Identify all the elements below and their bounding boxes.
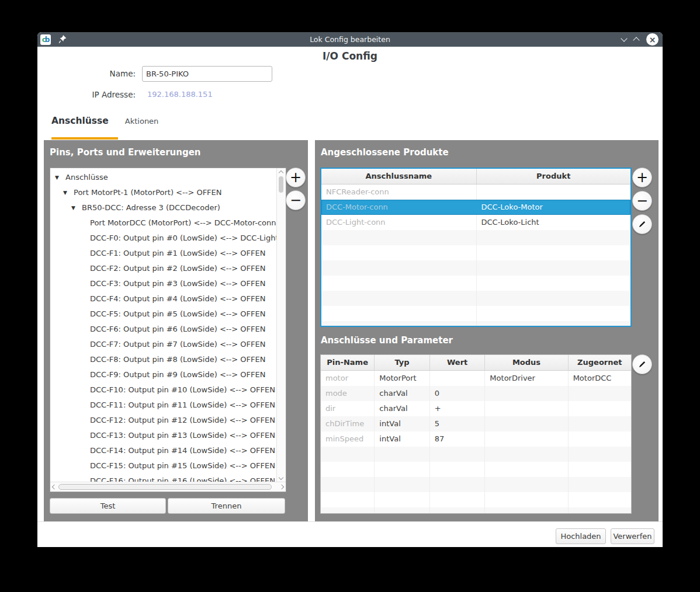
tree-item[interactable]: DCC-F0: Output pin #0 (LowSide) <--> DCC… [50, 231, 277, 246]
titlebar[interactable]: cb Lok Config bearbeiten × [37, 32, 663, 47]
param-cell: motor [321, 371, 374, 386]
tree-item[interactable]: Port MotorDCC (MotorPort) <--> DCC-Motor… [50, 215, 277, 231]
column-produkt[interactable]: Produkt [476, 169, 631, 184]
product-empty-row[interactable] [321, 291, 630, 306]
param-cell [374, 507, 429, 514]
tree-item[interactable]: DCC-F10: Output pin #10 (LowSide) <--> O… [50, 382, 277, 398]
product-empty-row[interactable] [321, 321, 630, 327]
column-zugeornet[interactable]: Zugeornet [568, 355, 631, 370]
expand-triangle-icon[interactable]: ▼ [71, 200, 82, 215]
scroll-left-icon[interactable] [52, 485, 57, 489]
tree-item[interactable]: DCC-F16: Output pin #16 (LowSide) <--> O… [50, 473, 277, 482]
tree-item[interactable]: ▼BR50-DCC: Adresse 3 (DCCDecoder) [50, 200, 277, 215]
tree-item[interactable]: DCC-F13: Output pin #13 (LowSide) <--> O… [50, 428, 277, 443]
upload-button[interactable]: Hochladen [556, 528, 606, 544]
tree-item-label: DCC-F1: Output pin #1 (LowSide) <--> OFF… [90, 249, 265, 257]
maximize-button[interactable] [633, 37, 639, 43]
tree-item[interactable]: DCC-F15: Output pin #15 (LowSide) <--> O… [50, 458, 277, 473]
pin-icon[interactable] [58, 35, 67, 44]
tree-vertical-scrollbar[interactable] [276, 168, 286, 482]
close-button[interactable]: × [646, 33, 659, 46]
params-table[interactable]: Pin-Name Typ Wert Modus Zugeornet motorM… [320, 354, 632, 514]
column-modus[interactable]: Modus [484, 355, 567, 370]
params-panel-title: Anschlüsse und Parameter [321, 335, 453, 346]
tree-add-button[interactable]: + [286, 168, 306, 187]
param-empty-row[interactable] [321, 507, 631, 514]
tree-item[interactable]: DCC-F3: Output pin #3 (LowSide) <--> OFF… [50, 276, 277, 291]
column-pin-name[interactable]: Pin-Name [321, 355, 374, 370]
param-empty-row[interactable] [321, 477, 631, 492]
param-cell: intVal [374, 431, 429, 447]
tree-horizontal-scrollbar[interactable] [50, 482, 286, 492]
scroll-up-icon[interactable] [279, 170, 283, 175]
product-empty-row[interactable] [321, 245, 630, 260]
test-button[interactable]: Test [50, 498, 166, 514]
ip-address-value[interactable]: 192.168.188.151 [147, 90, 213, 99]
tree-item[interactable]: DCC-F9: Output pin #9 (LowSide) <--> OFF… [50, 367, 277, 382]
product-edit-button[interactable] [632, 214, 652, 234]
scroll-down-icon[interactable] [279, 475, 283, 480]
disconnect-button[interactable]: Trennen [168, 498, 285, 514]
param-row[interactable]: minSpeedintVal87 [321, 431, 631, 447]
tab-anschluesse[interactable]: Anschlüsse [51, 116, 109, 126]
tree-item[interactable]: ▼Anschlüsse [50, 170, 277, 185]
tree-item[interactable]: DCC-F6: Output pin #6 (LowSide) <--> OFF… [50, 322, 277, 337]
product-empty-row[interactable] [321, 230, 630, 245]
tree-item[interactable]: DCC-F8: Output pin #8 (LowSide) <--> OFF… [50, 352, 277, 367]
products-table-header: Anschlussname Produkt [321, 169, 630, 184]
column-anschlussname[interactable]: Anschlussname [321, 169, 476, 184]
tree-item[interactable]: DCC-F12: Output pin #12 (LowSide) <--> O… [50, 413, 277, 428]
product-empty-row[interactable] [321, 276, 630, 291]
pins-ports-panel-title: Pins, Ports und Erweiterungen [50, 147, 201, 158]
params-edit-button[interactable] [632, 354, 652, 374]
horizontal-scroll-thumb[interactable] [58, 484, 272, 490]
product-name-cell [321, 321, 476, 327]
param-row[interactable]: chDirTimeintVal5 [321, 416, 631, 431]
tree-item-label: DCC-F4: Output pin #4 (LowSide) <--> OFF… [90, 294, 265, 303]
tree-remove-button[interactable]: − [286, 190, 306, 210]
param-cell [374, 462, 429, 477]
product-add-button[interactable]: + [632, 168, 652, 187]
product-row[interactable]: DCC-Light-connDCC-Loko-Licht [321, 215, 630, 230]
tree-item[interactable]: DCC-F5: Output pin #5 (LowSide) <--> OFF… [50, 307, 277, 322]
param-cell [429, 492, 485, 507]
product-empty-row[interactable] [321, 260, 630, 276]
param-cell [374, 447, 429, 462]
edit-icon [637, 217, 647, 231]
tree-item[interactable]: DCC-F4: Output pin #4 (LowSide) <--> OFF… [50, 291, 277, 307]
param-cell: MotorDCC [568, 371, 631, 386]
param-empty-row[interactable] [321, 447, 631, 462]
tab-aktionen[interactable]: Aktionen [125, 117, 159, 126]
expand-triangle-icon[interactable]: ▼ [63, 185, 74, 200]
product-product-cell [476, 230, 631, 245]
tree-item[interactable]: DCC-F1: Output pin #1 (LowSide) <--> OFF… [50, 246, 277, 261]
product-remove-button[interactable]: − [632, 191, 652, 211]
product-row[interactable]: DCC-Motor-connDCC-Loko-Motor [321, 200, 630, 215]
products-table[interactable]: Anschlussname Produkt NFCReader-connDCC-… [320, 168, 632, 327]
param-empty-row[interactable] [321, 462, 631, 477]
param-row[interactable]: modecharVal0 [321, 386, 631, 401]
tree-item[interactable]: DCC-F11: Output pin #11 (LowSide) <--> O… [50, 398, 277, 413]
param-row[interactable]: motorMotorPortMotorDriverMotorDCC [321, 371, 631, 386]
discard-button[interactable]: Verwerfen [611, 528, 654, 544]
tree-item[interactable]: ▼Port MotorPt-1 (MotorPort) <--> OFFEN [50, 185, 277, 200]
param-empty-row[interactable] [321, 492, 631, 507]
scroll-right-icon[interactable] [279, 485, 284, 489]
tree-item[interactable]: DCC-F14: Output pin #14 (LowSide) <--> O… [50, 443, 277, 458]
expand-triangle-icon[interactable]: ▼ [55, 170, 65, 185]
params-table-header: Pin-Name Typ Wert Modus Zugeornet [321, 355, 631, 371]
product-empty-row[interactable] [321, 306, 630, 321]
connections-tree[interactable]: ▼Anschlüsse▼Port MotorPt-1 (MotorPort) <… [50, 168, 286, 492]
product-row[interactable]: NFCReader-conn [321, 184, 630, 200]
param-cell [429, 371, 485, 386]
column-wert[interactable]: Wert [429, 355, 485, 370]
column-typ[interactable]: Typ [374, 355, 429, 370]
name-input[interactable] [142, 66, 272, 82]
tree-item[interactable]: DCC-F7: Output pin #7 (LowSide) <--> OFF… [50, 337, 277, 352]
minimize-button[interactable] [621, 35, 627, 41]
param-row[interactable]: dircharVal+ [321, 401, 631, 416]
tree-item[interactable]: DCC-F2: Output pin #2 (LowSide) <--> OFF… [50, 261, 277, 276]
param-cell [321, 492, 374, 507]
vertical-scroll-thumb[interactable] [279, 176, 283, 193]
product-product-cell [476, 184, 631, 200]
